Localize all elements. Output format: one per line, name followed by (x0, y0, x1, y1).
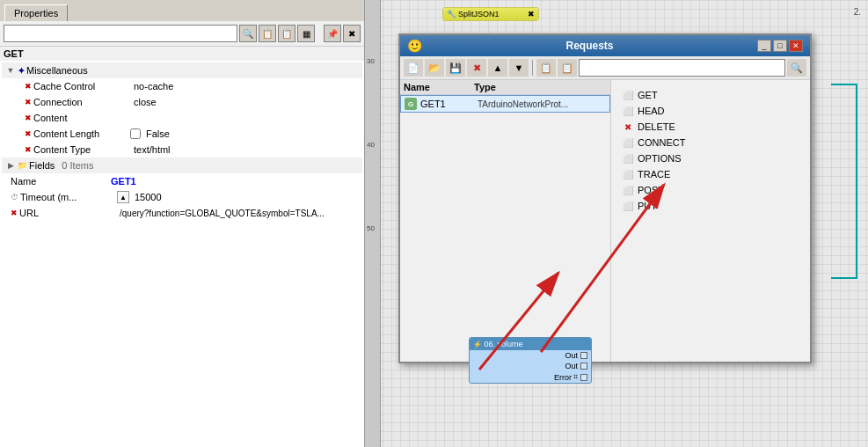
type-post[interactable]: ⬜ POST (618, 182, 803, 198)
leaf-icon5 (4, 143, 25, 157)
timeout-leaf (4, 190, 11, 204)
fields-expand: ▶ (4, 158, 18, 172)
dialog-titlebar: 🙂 Requests _ □ ✕ (400, 35, 810, 56)
dlg-copy-button[interactable]: 📋 (536, 59, 556, 77)
name-value: GET1 (111, 176, 136, 187)
out-connector-1[interactable] (580, 352, 587, 359)
content-length-value: False (146, 128, 170, 139)
dialog-title: Requests (422, 40, 757, 52)
url-value: /query?function=GLOBAL_QUOTE&symbol=TSLA… (120, 209, 325, 218)
dialog-search-input[interactable] (579, 59, 785, 77)
url-row[interactable]: ✖ URL /query?function=GLOBAL_QUOTE&symbo… (2, 205, 362, 221)
out-connector-2[interactable] (580, 363, 587, 370)
prop-icon5: ✖ (25, 145, 32, 154)
section-icon: ✦ (18, 66, 25, 76)
type-head[interactable]: ⬜ HEAD (618, 103, 803, 119)
volume-title-text: 06. volume (485, 340, 523, 348)
type-trace[interactable]: ⬜ TRACE (618, 166, 803, 182)
prop-icon: ✖ (25, 82, 32, 91)
trace-type-label: TRACE (638, 169, 670, 180)
type-delete[interactable]: ✖ DELETE (618, 119, 803, 135)
dlg-open-button[interactable]: 📂 (425, 59, 444, 77)
properties-tab[interactable]: Properties (4, 4, 68, 21)
grid-button[interactable]: ▦ (297, 25, 315, 42)
close-button[interactable]: ✖ (343, 25, 361, 42)
leaf-icon4 (4, 127, 25, 141)
properties-panel: Properties 🔍 📋 📋 ▦ 📌 ✖ GET ▼ ✦ Miscellan… (0, 0, 365, 447)
content-key: Content (33, 113, 130, 123)
ruler-40: 40 (367, 141, 375, 149)
dlg-down-button[interactable]: ▼ (509, 59, 529, 77)
fields-section[interactable]: ▶ 📁 Fields 0 Items (2, 158, 362, 173)
name-key: Name (11, 176, 107, 187)
post-type-label: POST (638, 185, 664, 195)
minimize-button[interactable]: _ (757, 40, 771, 52)
splitjson-close-icon[interactable]: ✖ (528, 10, 535, 18)
miscellaneous-section[interactable]: ▼ ✦ Miscellaneous (2, 62, 362, 78)
search-bar: 🔍 📋 📋 ▦ 📌 ✖ (0, 21, 364, 47)
get-type-label: GET (638, 90, 658, 100)
dlg-new-button[interactable]: 📄 (404, 59, 423, 77)
volume-node[interactable]: ⚡ 06. volume Out Out Error ⌗ (469, 337, 592, 384)
connection-row[interactable]: ✖ Connection close (2, 94, 362, 110)
content-row[interactable]: ✖ Content (2, 110, 362, 126)
copy-button-2[interactable]: 📋 (278, 25, 295, 42)
copy-button-1[interactable]: 📋 (259, 25, 276, 42)
splitjson-title-text: SplitJSON1 (458, 10, 500, 18)
tree-view: ▼ ✦ Miscellaneous ✖ Cache Control no-cac… (0, 61, 364, 447)
dlg-up-button[interactable]: ▲ (488, 59, 507, 77)
request-item-get1[interactable]: G GET1 TArduinoNetworkProt... (400, 95, 610, 113)
error-label: Error (554, 373, 572, 382)
type-list-panel: ⬜ GET ⬜ HEAD ✖ DELETE ⬜ CONNECT (611, 80, 810, 362)
content-length-checkbox[interactable] (130, 128, 141, 139)
search-button[interactable]: 🔍 (239, 25, 257, 42)
name-row[interactable]: Name GET1 (2, 173, 362, 189)
type-options[interactable]: ⬜ OPTIONS (618, 150, 803, 166)
ruler-50: 50 (367, 224, 375, 232)
type-get[interactable]: ⬜ GET (618, 87, 803, 103)
dlg-search-button[interactable]: 🔍 (787, 59, 806, 77)
pin-button[interactable]: 📌 (324, 25, 341, 42)
head-type-label: HEAD (638, 106, 665, 116)
type-connect[interactable]: ⬜ CONNECT (618, 135, 803, 150)
dialog-smiley-icon: 🙂 (407, 39, 422, 53)
ruler-vertical: 30 40 50 (365, 0, 381, 447)
get-label: GET (0, 47, 364, 61)
dlg-save-button[interactable]: 💾 (446, 59, 465, 77)
type-put[interactable]: ⬜ PUT (618, 198, 803, 214)
url-key: URL (19, 208, 116, 218)
get1-type: TArduinoNetworkProt... (478, 99, 606, 109)
get-type-icon: ⬜ (622, 89, 634, 101)
dlg-delete-button[interactable]: ✖ (467, 59, 486, 77)
leaf-icon2 (4, 95, 25, 109)
cache-control-value: no-cache (134, 81, 173, 92)
timeout-row[interactable]: ⏱ Timeout (m... ▲ 15000 (2, 189, 362, 205)
content-length-row[interactable]: ✖ Content Length False (2, 126, 362, 142)
timeout-stepper[interactable]: ▲ (117, 191, 129, 203)
col-type-header: Type (474, 82, 607, 92)
put-type-icon: ⬜ (622, 200, 634, 212)
name-leaf (4, 174, 11, 188)
url-icon: ✖ (11, 209, 18, 217)
fields-label: Fields (29, 160, 55, 171)
options-type-icon: ⬜ (622, 152, 634, 165)
content-type-row[interactable]: ✖ Content Type text/html (2, 142, 362, 158)
put-type-label: PUT (638, 201, 657, 211)
dlg-paste-button[interactable]: 📋 (558, 59, 577, 77)
volume-error-port: Error ⌗ (470, 371, 591, 383)
maximize-button[interactable]: □ (773, 40, 787, 52)
out-label-2: Out (565, 362, 578, 370)
search-input[interactable] (4, 25, 237, 42)
close-dialog-button[interactable]: ✕ (789, 40, 803, 52)
prop-icon2: ✖ (25, 98, 32, 106)
splitjson-node[interactable]: 🔧 SplitJSON1 ✖ (442, 7, 539, 21)
url-leaf (4, 206, 11, 220)
dialog-toolbar: 📄 📂 💾 ✖ ▲ ▼ 📋 📋 🔍 (400, 56, 810, 80)
cache-control-row[interactable]: ✖ Cache Control no-cache (2, 78, 362, 94)
ruler-30: 30 (367, 57, 375, 65)
fields-icon: 📁 (18, 161, 27, 170)
request-list-panel: Name Type G GET1 TArduinoNetworkProt... (400, 80, 611, 362)
error-connector[interactable] (580, 374, 587, 381)
connection-value: close (134, 97, 157, 107)
wire-teal-vertical (856, 84, 857, 277)
